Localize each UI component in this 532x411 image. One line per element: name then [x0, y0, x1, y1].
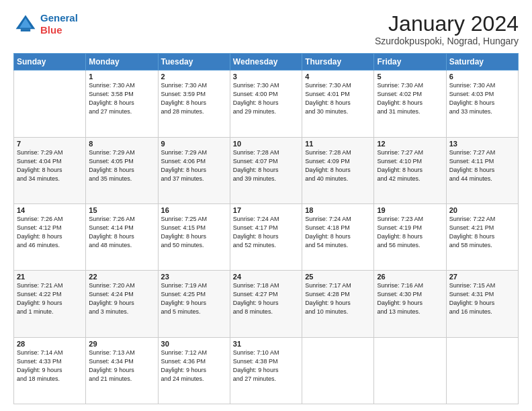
- day-info-30: Sunrise: 7:12 AM Sunset: 4:36 PM Dayligh…: [161, 349, 227, 383]
- day-cell-25: 25Sunrise: 7:17 AM Sunset: 4:28 PM Dayli…: [302, 271, 374, 337]
- day-number-5: 5: [377, 73, 443, 81]
- day-cell-10: 10Sunrise: 7:28 AM Sunset: 4:07 PM Dayli…: [230, 137, 302, 203]
- day-cell-17: 17Sunrise: 7:24 AM Sunset: 4:17 PM Dayli…: [230, 203, 302, 270]
- day-cell-13: 13Sunrise: 7:27 AM Sunset: 4:11 PM Dayli…: [446, 137, 518, 203]
- day-info-24: Sunrise: 7:18 AM Sunset: 4:27 PM Dayligh…: [233, 281, 299, 316]
- empty-cell: [302, 337, 374, 404]
- weekday-tuesday: Tuesday: [158, 54, 230, 71]
- day-info-25: Sunrise: 7:17 AM Sunset: 4:28 PM Dayligh…: [305, 281, 371, 316]
- day-cell-29: 29Sunrise: 7:13 AM Sunset: 4:34 PM Dayli…: [86, 337, 158, 404]
- day-number-7: 7: [17, 140, 83, 148]
- day-cell-27: 27Sunrise: 7:15 AM Sunset: 4:31 PM Dayli…: [446, 271, 518, 337]
- day-number-10: 10: [233, 140, 299, 148]
- svg-rect-2: [21, 29, 30, 32]
- day-info-5: Sunrise: 7:30 AM Sunset: 4:02 PM Dayligh…: [377, 81, 443, 116]
- day-number-14: 14: [17, 206, 83, 214]
- day-cell-28: 28Sunrise: 7:14 AM Sunset: 4:33 PM Dayli…: [14, 337, 86, 404]
- day-cell-5: 5Sunrise: 7:30 AM Sunset: 4:02 PM Daylig…: [374, 71, 446, 137]
- day-cell-19: 19Sunrise: 7:23 AM Sunset: 4:19 PM Dayli…: [374, 203, 446, 270]
- day-cell-3: 3Sunrise: 7:30 AM Sunset: 4:00 PM Daylig…: [230, 71, 302, 137]
- day-cell-11: 11Sunrise: 7:28 AM Sunset: 4:09 PM Dayli…: [302, 137, 374, 203]
- empty-cell: [446, 337, 518, 404]
- day-info-13: Sunrise: 7:27 AM Sunset: 4:11 PM Dayligh…: [449, 148, 515, 183]
- day-number-20: 20: [449, 206, 515, 214]
- day-info-22: Sunrise: 7:20 AM Sunset: 4:24 PM Dayligh…: [89, 281, 154, 316]
- day-number-31: 31: [233, 340, 299, 348]
- day-number-12: 12: [377, 140, 443, 148]
- day-number-11: 11: [305, 140, 371, 148]
- month-title: January 2024: [375, 12, 519, 36]
- weekday-monday: Monday: [86, 54, 158, 71]
- day-info-11: Sunrise: 7:28 AM Sunset: 4:09 PM Dayligh…: [305, 148, 371, 183]
- day-number-3: 3: [233, 73, 299, 81]
- day-cell-30: 30Sunrise: 7:12 AM Sunset: 4:36 PM Dayli…: [158, 337, 230, 404]
- day-number-19: 19: [377, 206, 443, 214]
- day-cell-20: 20Sunrise: 7:22 AM Sunset: 4:21 PM Dayli…: [446, 203, 518, 270]
- location-subtitle: Szurdokpuspoki, Nograd, Hungary: [375, 36, 519, 46]
- logo-text: General Blue: [40, 12, 78, 36]
- day-number-21: 21: [17, 273, 83, 281]
- day-info-16: Sunrise: 7:25 AM Sunset: 4:15 PM Dayligh…: [161, 215, 227, 250]
- weekday-friday: Friday: [374, 54, 446, 71]
- day-info-23: Sunrise: 7:19 AM Sunset: 4:25 PM Dayligh…: [161, 281, 227, 316]
- weekday-header-row: SundayMondayTuesdayWednesdayThursdayFrid…: [14, 54, 519, 71]
- day-info-9: Sunrise: 7:29 AM Sunset: 4:06 PM Dayligh…: [161, 148, 227, 183]
- day-cell-23: 23Sunrise: 7:19 AM Sunset: 4:25 PM Dayli…: [158, 271, 230, 337]
- day-cell-6: 6Sunrise: 7:30 AM Sunset: 4:03 PM Daylig…: [446, 71, 518, 137]
- day-info-15: Sunrise: 7:26 AM Sunset: 4:14 PM Dayligh…: [89, 215, 154, 250]
- day-number-15: 15: [89, 206, 154, 214]
- day-number-18: 18: [305, 206, 371, 214]
- day-cell-14: 14Sunrise: 7:26 AM Sunset: 4:12 PM Dayli…: [14, 203, 86, 270]
- day-cell-31: 31Sunrise: 7:10 AM Sunset: 4:38 PM Dayli…: [230, 337, 302, 404]
- day-number-25: 25: [305, 273, 371, 281]
- day-number-9: 9: [161, 140, 227, 148]
- day-cell-7: 7Sunrise: 7:29 AM Sunset: 4:04 PM Daylig…: [14, 137, 86, 203]
- weekday-thursday: Thursday: [302, 54, 374, 71]
- header: General Blue January 2024 Szurdokpuspoki…: [13, 12, 519, 46]
- day-info-14: Sunrise: 7:26 AM Sunset: 4:12 PM Dayligh…: [17, 215, 83, 250]
- day-info-17: Sunrise: 7:24 AM Sunset: 4:17 PM Dayligh…: [233, 215, 299, 250]
- empty-cell: [14, 71, 86, 137]
- day-info-2: Sunrise: 7:30 AM Sunset: 3:59 PM Dayligh…: [161, 81, 227, 116]
- day-info-29: Sunrise: 7:13 AM Sunset: 4:34 PM Dayligh…: [89, 349, 154, 383]
- day-cell-1: 1Sunrise: 7:30 AM Sunset: 3:58 PM Daylig…: [86, 71, 158, 137]
- day-info-26: Sunrise: 7:16 AM Sunset: 4:30 PM Dayligh…: [377, 281, 443, 316]
- day-cell-16: 16Sunrise: 7:25 AM Sunset: 4:15 PM Dayli…: [158, 203, 230, 270]
- day-number-4: 4: [305, 73, 371, 81]
- day-number-28: 28: [17, 340, 83, 348]
- week-row-4: 21Sunrise: 7:21 AM Sunset: 4:22 PM Dayli…: [14, 271, 519, 337]
- day-number-17: 17: [233, 206, 299, 214]
- day-cell-26: 26Sunrise: 7:16 AM Sunset: 4:30 PM Dayli…: [374, 271, 446, 337]
- calendar: SundayMondayTuesdayWednesdayThursdayFrid…: [13, 53, 519, 404]
- day-info-27: Sunrise: 7:15 AM Sunset: 4:31 PM Dayligh…: [449, 281, 515, 316]
- logo-icon: [13, 12, 38, 36]
- day-info-20: Sunrise: 7:22 AM Sunset: 4:21 PM Dayligh…: [449, 215, 515, 250]
- logo: General Blue: [13, 12, 78, 36]
- day-info-28: Sunrise: 7:14 AM Sunset: 4:33 PM Dayligh…: [17, 349, 83, 383]
- day-number-16: 16: [161, 206, 227, 214]
- day-cell-22: 22Sunrise: 7:20 AM Sunset: 4:24 PM Dayli…: [86, 271, 158, 337]
- day-cell-4: 4Sunrise: 7:30 AM Sunset: 4:01 PM Daylig…: [302, 71, 374, 137]
- day-number-1: 1: [89, 73, 154, 81]
- day-info-3: Sunrise: 7:30 AM Sunset: 4:00 PM Dayligh…: [233, 81, 299, 116]
- day-info-1: Sunrise: 7:30 AM Sunset: 3:58 PM Dayligh…: [89, 81, 154, 116]
- day-info-10: Sunrise: 7:28 AM Sunset: 4:07 PM Dayligh…: [233, 148, 299, 183]
- week-row-2: 7Sunrise: 7:29 AM Sunset: 4:04 PM Daylig…: [14, 137, 519, 203]
- day-cell-15: 15Sunrise: 7:26 AM Sunset: 4:14 PM Dayli…: [86, 203, 158, 270]
- day-number-22: 22: [89, 273, 154, 281]
- week-row-3: 14Sunrise: 7:26 AM Sunset: 4:12 PM Dayli…: [14, 203, 519, 270]
- day-info-12: Sunrise: 7:27 AM Sunset: 4:10 PM Dayligh…: [377, 148, 443, 183]
- day-cell-24: 24Sunrise: 7:18 AM Sunset: 4:27 PM Dayli…: [230, 271, 302, 337]
- day-cell-12: 12Sunrise: 7:27 AM Sunset: 4:10 PM Dayli…: [374, 137, 446, 203]
- day-info-7: Sunrise: 7:29 AM Sunset: 4:04 PM Dayligh…: [17, 148, 83, 183]
- page: General Blue January 2024 Szurdokpuspoki…: [0, 0, 532, 411]
- day-cell-21: 21Sunrise: 7:21 AM Sunset: 4:22 PM Dayli…: [14, 271, 86, 337]
- day-cell-9: 9Sunrise: 7:29 AM Sunset: 4:06 PM Daylig…: [158, 137, 230, 203]
- day-number-2: 2: [161, 73, 227, 81]
- day-number-6: 6: [449, 73, 515, 81]
- day-info-31: Sunrise: 7:10 AM Sunset: 4:38 PM Dayligh…: [233, 349, 299, 383]
- weekday-saturday: Saturday: [446, 54, 518, 71]
- day-number-29: 29: [89, 340, 154, 348]
- day-number-23: 23: [161, 273, 227, 281]
- day-number-26: 26: [377, 273, 443, 281]
